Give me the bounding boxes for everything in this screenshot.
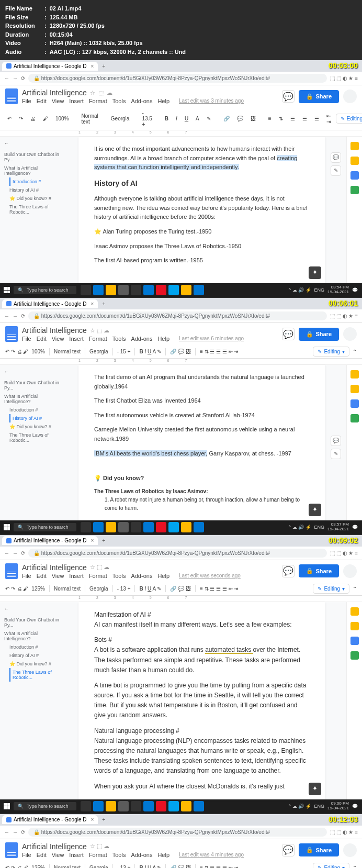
outline-item[interactable]: What Is Artificial Intelligence? bbox=[4, 164, 64, 177]
share-button[interactable]: 🔒 Share bbox=[299, 843, 339, 856]
app-icon[interactable] bbox=[131, 285, 141, 295]
extension-icons[interactable]: ⬚ ⬚ ◐ ★ ≡ bbox=[330, 75, 358, 81]
menu-format[interactable]: Format bbox=[89, 98, 107, 104]
redo-button[interactable]: ↷ bbox=[17, 115, 25, 123]
forward-button[interactable]: → bbox=[13, 313, 18, 319]
outline-item[interactable]: History of AI # bbox=[9, 186, 64, 194]
close-icon[interactable]: × bbox=[91, 63, 94, 69]
app-icon[interactable] bbox=[118, 285, 129, 295]
browser-tab[interactable]: Artificial Intelligence - Google D× bbox=[2, 62, 98, 71]
outline-item[interactable]: The Three Laws of Robotic... bbox=[9, 203, 64, 216]
zoom-select[interactable]: 100% bbox=[53, 115, 71, 123]
text-color-button[interactable]: A bbox=[194, 115, 201, 123]
browser-tab[interactable]: Artificial Intelligence - Google D× bbox=[2, 299, 98, 308]
link-button[interactable]: 🔗 bbox=[221, 115, 232, 123]
menu-edit[interactable]: Edit bbox=[37, 98, 47, 104]
cloud-icon[interactable]: ☁ bbox=[107, 90, 112, 96]
outline-item[interactable]: ⭐ Did you know? # bbox=[9, 194, 64, 203]
app-icon[interactable] bbox=[194, 285, 204, 295]
italic-button[interactable]: I bbox=[174, 115, 179, 123]
star-icon[interactable]: ☆ bbox=[90, 90, 95, 96]
calendar-icon[interactable] bbox=[350, 142, 359, 150]
google-docs-logo-icon[interactable] bbox=[5, 88, 18, 104]
highlight-button[interactable]: ✎ bbox=[205, 115, 213, 123]
new-tab-button[interactable]: + bbox=[98, 63, 109, 69]
back-button[interactable]: ← bbox=[4, 75, 9, 81]
explore-button[interactable]: ✦ bbox=[309, 783, 321, 795]
style-select[interactable]: Normal text bbox=[80, 112, 100, 126]
share-button[interactable]: 🔒 Share bbox=[299, 90, 339, 103]
menu-addons[interactable]: Add-ons bbox=[131, 98, 152, 104]
explore-button[interactable]: ✦ bbox=[309, 266, 321, 279]
menu-tools[interactable]: Tools bbox=[112, 98, 126, 104]
last-edit-link[interactable]: Last edit was 3 minutes ago bbox=[179, 98, 244, 104]
explorer-icon[interactable] bbox=[106, 285, 116, 295]
image-button[interactable]: 🖼 bbox=[248, 115, 258, 123]
bold-button[interactable]: B bbox=[163, 115, 171, 123]
undo-button[interactable]: ↶ bbox=[5, 115, 14, 123]
taskbar-search[interactable]: 🔍 Type here to search bbox=[14, 286, 76, 294]
list-button[interactable]: ☰ bbox=[288, 115, 297, 123]
forward-button[interactable]: → bbox=[13, 75, 18, 81]
editing-mode-button[interactable]: ✎ Editing ▾ bbox=[336, 114, 362, 124]
url-input[interactable]: 🔒 https://docs.google.com/document/d/1uB… bbox=[28, 74, 327, 83]
doc-title[interactable]: Artificial Intelligence bbox=[22, 88, 87, 97]
move-icon[interactable]: ⬚ bbox=[98, 90, 104, 96]
start-button[interactable] bbox=[0, 287, 14, 293]
menu-file[interactable]: File bbox=[22, 98, 31, 104]
google-docs-logo-icon[interactable] bbox=[5, 842, 18, 858]
close-icon[interactable]: × bbox=[91, 301, 94, 307]
menu-insert[interactable]: Insert bbox=[69, 98, 84, 104]
browser-tab[interactable]: Artificial Intelligence - Google D× bbox=[2, 536, 98, 545]
new-tab-button[interactable]: + bbox=[98, 301, 109, 307]
paint-format-button[interactable]: 🖌 bbox=[41, 115, 50, 123]
back-button[interactable]: ← bbox=[4, 313, 9, 319]
user-avatar[interactable] bbox=[343, 327, 357, 341]
start-button[interactable] bbox=[0, 803, 14, 809]
align-button[interactable]: ≡ bbox=[266, 115, 274, 123]
contacts-icon[interactable] bbox=[350, 186, 359, 194]
editing-mode-button[interactable]: ✎ Editing ▾ bbox=[313, 347, 349, 357]
reload-button[interactable]: ⟳ bbox=[21, 75, 25, 81]
document-page[interactable]: The first demo of an AI program that und… bbox=[78, 365, 325, 520]
line-spacing-button[interactable]: ⇅ bbox=[277, 115, 285, 123]
bullet-list-button[interactable]: ☰ bbox=[312, 115, 321, 123]
app-icon[interactable] bbox=[156, 285, 166, 295]
user-avatar[interactable] bbox=[343, 90, 357, 103]
numbered-list-button[interactable]: ☰ bbox=[300, 115, 309, 123]
system-tray[interactable]: ^ ☁ 🔊 ⚡ENG 08:54 PM19-04-2021 💬 bbox=[289, 285, 362, 295]
doc-title[interactable]: Artificial Intelligence bbox=[22, 326, 87, 335]
start-button[interactable] bbox=[0, 524, 14, 530]
menu-help[interactable]: Help bbox=[157, 98, 169, 104]
add-comment-icon[interactable]: 💬 bbox=[331, 436, 341, 446]
outline-back-button[interactable]: ← bbox=[4, 141, 64, 146]
taskbar-search[interactable]: 🔍 Type here to search bbox=[14, 523, 76, 531]
app-icon[interactable] bbox=[143, 285, 154, 295]
explore-button[interactable]: ✦ bbox=[309, 504, 321, 516]
google-docs-logo-icon[interactable] bbox=[5, 563, 18, 579]
underline-button[interactable]: U bbox=[183, 115, 190, 123]
app-icon[interactable] bbox=[168, 285, 179, 295]
google-docs-logo-icon[interactable] bbox=[5, 326, 18, 342]
font-size[interactable]: - 13.5 + bbox=[140, 109, 154, 128]
comment-button[interactable]: 💬 bbox=[235, 115, 245, 123]
keep-icon[interactable] bbox=[350, 157, 359, 165]
document-page[interactable]: Manifestation of AI # AI can manifest it… bbox=[78, 602, 325, 799]
comment-history-icon[interactable]: 💬 bbox=[282, 90, 295, 103]
add-comment-icon[interactable]: 💬 bbox=[331, 152, 341, 163]
document-page[interactable]: It is one of the most important advancem… bbox=[78, 137, 325, 283]
outline-item[interactable]: Build Your Own Chatbot in Py... bbox=[4, 150, 64, 164]
font-select[interactable]: Georgia bbox=[109, 115, 132, 123]
menu-view[interactable]: View bbox=[52, 98, 64, 104]
print-button[interactable]: 🖨 bbox=[28, 115, 38, 123]
taskview-icon[interactable] bbox=[81, 285, 91, 295]
ruler[interactable]: 1234567 bbox=[0, 130, 362, 137]
tasks-icon[interactable] bbox=[350, 171, 359, 180]
chrome-icon[interactable] bbox=[181, 285, 191, 295]
suggest-edit-icon[interactable]: ✎ bbox=[331, 449, 341, 459]
suggest-edit-icon[interactable]: ✎ bbox=[331, 165, 341, 176]
browser-tab[interactable]: Artificial Intelligence - Google D× bbox=[2, 815, 98, 824]
reload-button[interactable]: ⟳ bbox=[21, 313, 25, 319]
outline-item[interactable]: Introduction # bbox=[9, 177, 64, 186]
url-input[interactable]: 🔒 https://docs.google.com/document/d/1uB… bbox=[28, 311, 327, 320]
